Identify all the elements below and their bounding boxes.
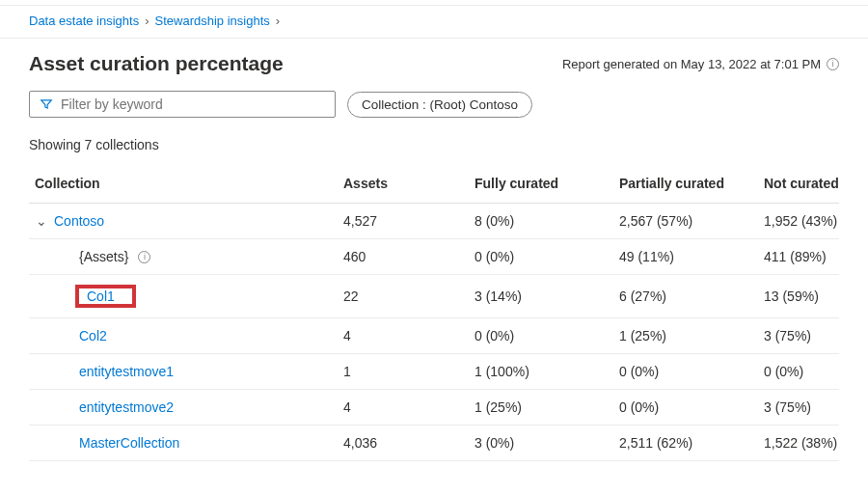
- cell-not: 3 (75%): [758, 399, 868, 415]
- highlight-annotation: Col1: [75, 285, 136, 308]
- table-row: MasterCollection4,0363 (0%)2,511 (62%)1,…: [29, 425, 839, 461]
- filters-row: Collection : (Root) Contoso: [0, 87, 868, 127]
- cell-not: 1,952 (43%): [758, 213, 868, 229]
- cell-partially: 0 (0%): [613, 399, 758, 415]
- cell-fully: 0 (0%): [469, 328, 613, 343]
- info-icon[interactable]: i: [138, 251, 150, 263]
- collection-name[interactable]: Col1: [87, 288, 115, 304]
- filter-by-keyword[interactable]: [29, 91, 336, 118]
- cell-partially: 6 (27%): [613, 288, 758, 304]
- cell-not: 13 (59%): [758, 288, 868, 304]
- table-body: ⌄Contoso4,5278 (0%)2,567 (57%)1,952 (43%…: [29, 204, 839, 461]
- showing-count: Showing 7 collections: [0, 127, 868, 166]
- collection-name: {Assets}: [79, 249, 128, 264]
- col-assets[interactable]: Assets: [338, 176, 469, 191]
- breadcrumb-stewardship[interactable]: Stewardship insights: [155, 14, 270, 28]
- cell-partially: 1 (25%): [613, 328, 758, 343]
- cell-not: 0 (0%): [758, 364, 868, 379]
- cell-assets: 4,036: [338, 435, 469, 451]
- breadcrumb-sep: ›: [145, 14, 149, 28]
- table-header: Collection Assets Fully curated Partiall…: [29, 166, 839, 204]
- collection-name[interactable]: MasterCollection: [79, 435, 179, 451]
- table-row: Col1223 (14%)6 (27%)13 (59%): [29, 275, 839, 318]
- col-collection[interactable]: Collection: [29, 176, 338, 191]
- cell-partially: 49 (11%): [613, 249, 758, 264]
- chevron-down-icon[interactable]: ⌄: [35, 213, 48, 229]
- col-partially[interactable]: Partially curated: [613, 176, 758, 191]
- table-row: entitytestmove111 (100%)0 (0%)0 (0%): [29, 354, 839, 390]
- cell-assets: 4,527: [338, 213, 469, 229]
- table-row: entitytestmove241 (25%)0 (0%)3 (75%): [29, 390, 839, 425]
- cell-fully: 3 (0%): [469, 435, 613, 451]
- cell-fully: 3 (14%): [469, 288, 613, 304]
- cell-partially: 2,511 (62%): [613, 435, 758, 451]
- collections-table: Collection Assets Fully curated Partiall…: [0, 166, 868, 461]
- table-row: Col240 (0%)1 (25%)3 (75%): [29, 318, 839, 354]
- collection-name[interactable]: Col2: [79, 328, 107, 343]
- cell-not: 3 (75%): [758, 328, 868, 343]
- cell-assets: 1: [338, 364, 469, 379]
- breadcrumb-sep: ›: [276, 14, 280, 28]
- collection-name[interactable]: entitytestmove1: [79, 364, 174, 379]
- col-fully[interactable]: Fully curated: [469, 176, 613, 191]
- report-meta: Report generated on May 13, 2022 at 7:01…: [562, 57, 839, 71]
- heading-row: Asset curation percentage Report generat…: [0, 39, 868, 87]
- cell-fully: 1 (100%): [469, 364, 613, 379]
- filter-input[interactable]: [61, 96, 325, 112]
- collection-name[interactable]: Contoso: [54, 213, 104, 229]
- page-title: Asset curation percentage: [29, 52, 284, 75]
- cell-assets: 4: [338, 328, 469, 343]
- cell-partially: 2,567 (57%): [613, 213, 758, 229]
- cell-fully: 1 (25%): [469, 399, 613, 415]
- breadcrumb: Data estate insights › Stewardship insig…: [0, 6, 868, 34]
- table-row: {Assets}i4600 (0%)49 (11%)411 (89%): [29, 239, 839, 275]
- cell-assets: 460: [338, 249, 469, 264]
- cell-not: 411 (89%): [758, 249, 868, 264]
- cell-fully: 8 (0%): [469, 213, 613, 229]
- col-not[interactable]: Not curated: [758, 176, 868, 191]
- collection-name[interactable]: entitytestmove2: [79, 399, 174, 415]
- report-meta-text: Report generated on May 13, 2022 at 7:01…: [562, 57, 821, 71]
- table-row: ⌄Contoso4,5278 (0%)2,567 (57%)1,952 (43%…: [29, 204, 839, 239]
- cell-partially: 0 (0%): [613, 364, 758, 379]
- cell-not: 1,522 (38%): [758, 435, 868, 451]
- cell-assets: 22: [338, 288, 469, 304]
- cell-fully: 0 (0%): [469, 249, 613, 264]
- collection-filter-pill[interactable]: Collection : (Root) Contoso: [347, 92, 532, 118]
- filter-icon: [40, 97, 53, 111]
- breadcrumb-data-estate[interactable]: Data estate insights: [29, 14, 139, 28]
- info-icon[interactable]: i: [827, 58, 839, 70]
- cell-assets: 4: [338, 399, 469, 415]
